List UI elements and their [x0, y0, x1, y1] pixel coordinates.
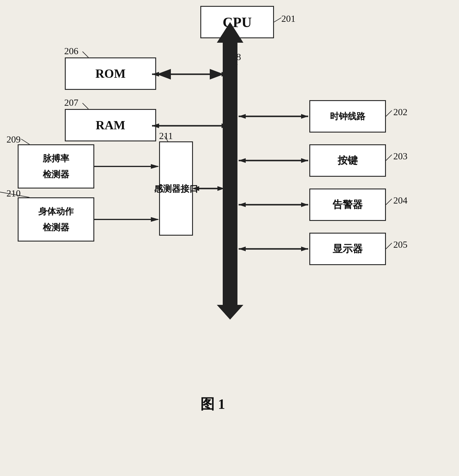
svg-marker-25 — [301, 114, 308, 119]
cpu-label: CPU — [223, 14, 252, 30]
svg-marker-27 — [239, 158, 246, 163]
key-label: 按键 — [338, 154, 358, 167]
pulse-label2: 检测器 — [43, 166, 69, 182]
svg-marker-31 — [301, 202, 308, 207]
svg-marker-33 — [239, 247, 246, 251]
sensor-if-label: 感 测 器 接 口 — [154, 182, 198, 195]
ref-206: 206 — [64, 46, 78, 57]
body-box: 身体动作 检测器 — [18, 197, 94, 242]
ref-211: 211 — [159, 130, 173, 141]
ref-207: 207 — [64, 97, 78, 108]
ref-210: 210 — [6, 188, 21, 199]
cpu-box: CPU — [200, 6, 274, 38]
svg-line-45 — [386, 243, 392, 249]
alarm-label: 告警器 — [333, 198, 363, 211]
sensor-if-box: 感 测 器 接 口 — [159, 141, 193, 236]
svg-marker-30 — [239, 202, 246, 207]
clock-box: 时钟线路 — [309, 100, 386, 133]
svg-marker-8 — [217, 305, 243, 320]
rom-box: ROM — [65, 57, 156, 90]
figure-label: 图 1 — [200, 395, 225, 414]
svg-line-39 — [21, 139, 29, 144]
alarm-box: 告警器 — [309, 189, 386, 221]
ram-box: RAM — [65, 109, 156, 141]
svg-line-35 — [274, 18, 281, 22]
body-label: 身体动作 — [38, 204, 74, 219]
ref-203: 203 — [393, 151, 407, 162]
svg-marker-34 — [301, 247, 308, 251]
display-box: 显示器 — [309, 233, 386, 265]
display-label: 显示器 — [333, 242, 363, 256]
body-label2: 检测器 — [43, 219, 69, 235]
svg-line-44 — [386, 199, 392, 205]
svg-marker-28 — [301, 158, 308, 163]
ref-208: 208 — [227, 52, 241, 62]
clock-label: 时钟线路 — [330, 110, 365, 123]
pulse-label: 脉搏率 — [43, 151, 69, 166]
svg-line-43 — [386, 155, 392, 161]
ref-204: 204 — [393, 195, 407, 206]
ref-202: 202 — [393, 107, 407, 118]
svg-rect-6 — [223, 38, 237, 309]
diagram-container: CPU ROM RAM 感 测 器 接 口 脉搏率 检测器 身体动作 检测器 时… — [0, 0, 459, 476]
pulse-box: 脉搏率 检测器 — [18, 144, 94, 189]
svg-marker-15 — [222, 123, 229, 128]
svg-line-36 — [82, 52, 88, 57]
key-box: 按键 — [309, 144, 386, 177]
ref-209: 209 — [6, 134, 21, 145]
svg-marker-11 — [222, 72, 229, 77]
ref-205: 205 — [393, 239, 407, 250]
ram-label: RAM — [96, 118, 125, 132]
svg-marker-18 — [217, 186, 224, 191]
rom-label: ROM — [95, 67, 126, 81]
svg-line-42 — [386, 110, 392, 116]
svg-line-37 — [82, 103, 88, 109]
ref-201: 201 — [281, 13, 295, 24]
svg-marker-24 — [239, 114, 246, 119]
svg-marker-20 — [151, 164, 159, 169]
svg-marker-22 — [151, 217, 159, 222]
